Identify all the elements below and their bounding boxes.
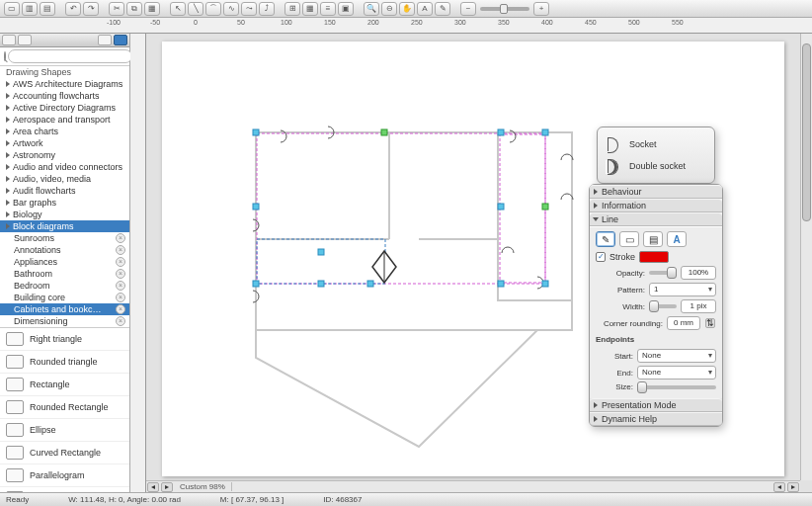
tool-line-icon[interactable]: ╲ bbox=[188, 2, 203, 16]
page-next-button[interactable]: ▸ bbox=[161, 482, 173, 492]
tool-align-icon[interactable]: ≡ bbox=[320, 2, 336, 16]
tool-arc-icon[interactable]: ⌒ bbox=[205, 2, 221, 16]
tool-pen-icon[interactable]: ✎ bbox=[435, 2, 450, 16]
shape-row[interactable]: Rounded triangle bbox=[0, 351, 129, 374]
tree-remove-icon[interactable]: × bbox=[116, 293, 125, 302]
tool-pointer-icon[interactable]: ↖ bbox=[170, 2, 186, 16]
tree-item[interactable]: Block diagrams bbox=[0, 220, 129, 232]
tree-item[interactable]: Bar graphs bbox=[0, 197, 129, 209]
tree-subsection[interactable]: Bathroom× bbox=[0, 268, 129, 280]
shape-row[interactable]: Rounded Rectangle bbox=[0, 396, 129, 419]
line-mode-text-icon[interactable]: A bbox=[667, 231, 687, 247]
tree-item[interactable]: Area charts bbox=[0, 126, 129, 137]
tool-undo-icon[interactable]: ↶ bbox=[65, 2, 81, 16]
tree-item[interactable]: Active Directory Diagrams bbox=[0, 102, 129, 114]
sidebar-tab-2[interactable] bbox=[18, 35, 32, 45]
shape-row[interactable]: Ellipse bbox=[0, 419, 129, 442]
tree-subsection[interactable]: Appliances× bbox=[0, 256, 129, 268]
tree-remove-icon[interactable]: × bbox=[116, 304, 125, 314]
tree-subsection[interactable]: Bedroom× bbox=[0, 280, 129, 292]
tool-open-icon[interactable]: ▥ bbox=[22, 2, 38, 16]
corner-value[interactable]: 0 mm bbox=[667, 316, 700, 330]
tool-connector2-icon[interactable]: ⤴ bbox=[259, 2, 275, 16]
inspector-behaviour-header[interactable]: Behaviour bbox=[590, 185, 722, 199]
sidebar-tab-list-icon[interactable] bbox=[98, 35, 112, 45]
zoom-in-button[interactable]: + bbox=[533, 2, 549, 16]
tool-grid-icon[interactable]: ▦ bbox=[302, 2, 318, 16]
stroke-checkbox[interactable]: ✓ bbox=[596, 252, 606, 262]
scroll-right-button[interactable]: ▸ bbox=[787, 482, 799, 492]
shape-row[interactable]: Curved Rectangle bbox=[0, 442, 129, 464]
inspector-presentation-header[interactable]: Presentation Mode bbox=[590, 398, 722, 412]
scrollbar-horizontal[interactable]: ◂ ▸ Custom 98% ◂ ▸ bbox=[146, 480, 800, 492]
line-mode-pencil-icon[interactable]: ✎ bbox=[596, 231, 615, 247]
inspector-panel[interactable]: Behaviour Information Line ✎ ▭ ▤ A ✓ Str… bbox=[589, 184, 723, 427]
zoom-slider[interactable] bbox=[480, 7, 529, 11]
tool-copy-icon[interactable]: ⧉ bbox=[126, 2, 142, 16]
scrollbar-vertical[interactable] bbox=[800, 34, 812, 480]
inspector-line-header[interactable]: Line bbox=[590, 212, 722, 226]
inspector-information-header[interactable]: Information bbox=[590, 199, 722, 212]
tree-subsection[interactable]: Cabinets and bookc…× bbox=[0, 303, 129, 315]
search-input[interactable] bbox=[8, 49, 132, 63]
line-mode-shadow-icon[interactable]: ▤ bbox=[643, 231, 663, 247]
tool-new-icon[interactable]: ▭ bbox=[4, 2, 20, 16]
tree-item[interactable]: Aerospace and transport bbox=[0, 114, 129, 126]
tree-remove-icon[interactable]: × bbox=[116, 281, 125, 291]
tool-zoom-icon[interactable]: 🔍 bbox=[364, 2, 379, 16]
tool-cut-icon[interactable]: ✂ bbox=[109, 2, 124, 16]
tree-item[interactable]: Biology bbox=[0, 209, 129, 220]
sidebar-tab-search-icon[interactable] bbox=[114, 35, 127, 45]
tree-item[interactable]: Audit flowcharts bbox=[0, 185, 129, 197]
sidebar-tab-1[interactable] bbox=[2, 35, 16, 45]
size-slider[interactable] bbox=[637, 385, 716, 389]
tree-item[interactable]: Artwork bbox=[0, 137, 129, 149]
tool-hand-icon[interactable]: ✋ bbox=[399, 2, 415, 16]
tree-subsection[interactable]: Sunrooms× bbox=[0, 232, 129, 244]
sidebar: Drawing Shapes AWS Architecture Diagrams… bbox=[0, 34, 130, 492]
tree-item[interactable]: Astronomy bbox=[0, 149, 129, 161]
stroke-color-swatch[interactable] bbox=[639, 251, 669, 263]
tool-save-icon[interactable]: ▤ bbox=[40, 2, 55, 16]
page-prev-button[interactable]: ◂ bbox=[147, 482, 159, 492]
tree-heading[interactable]: Drawing Shapes bbox=[0, 66, 129, 78]
tool-text-icon[interactable]: A bbox=[417, 2, 433, 16]
tool-redo-icon[interactable]: ↷ bbox=[83, 2, 99, 16]
legend-panel[interactable]: Socket Double socket bbox=[597, 126, 715, 184]
tree-remove-icon[interactable]: × bbox=[116, 316, 125, 326]
scroll-left-button[interactable]: ◂ bbox=[773, 482, 785, 492]
tool-curve-icon[interactable]: ∿ bbox=[223, 2, 239, 16]
tool-snap-icon[interactable]: ⊞ bbox=[284, 2, 300, 16]
start-select[interactable]: None bbox=[637, 349, 716, 363]
end-select[interactable]: None bbox=[637, 366, 716, 380]
tree-remove-icon[interactable]: × bbox=[116, 257, 125, 267]
tree-subsection[interactable]: Dimensioning× bbox=[0, 315, 129, 327]
pattern-select[interactable]: 1 bbox=[649, 283, 716, 296]
tree-item[interactable]: Accounting flowcharts bbox=[0, 90, 129, 102]
tool-zoomout-icon[interactable]: ⊖ bbox=[381, 2, 397, 16]
tree-remove-icon[interactable]: × bbox=[116, 233, 125, 243]
tool-connector-icon[interactable]: ⤳ bbox=[241, 2, 257, 16]
opacity-slider[interactable] bbox=[649, 271, 677, 275]
tree-item[interactable]: Audio, video, media bbox=[0, 173, 129, 185]
inspector-dynamic-header[interactable]: Dynamic Help bbox=[590, 412, 722, 426]
tree-remove-icon[interactable]: × bbox=[116, 269, 125, 279]
tree-remove-icon[interactable]: × bbox=[116, 245, 125, 255]
opacity-value[interactable]: 100% bbox=[681, 266, 716, 280]
shape-row[interactable]: Rounded Parallelogram bbox=[0, 487, 129, 492]
tree-item[interactable]: AWS Architecture Diagrams bbox=[0, 78, 129, 90]
shape-row[interactable]: Parallelogram bbox=[0, 464, 129, 487]
tree-subsection[interactable]: Building core× bbox=[0, 292, 129, 303]
shape-row[interactable]: Right triangle bbox=[0, 328, 129, 351]
tree-item[interactable]: Audio and video connectors bbox=[0, 161, 129, 173]
corner-stepper[interactable]: ⇅ bbox=[705, 318, 715, 328]
line-mode-segment-icon[interactable]: ▭ bbox=[619, 231, 639, 247]
tool-group-icon[interactable]: ▣ bbox=[338, 2, 354, 16]
width-slider[interactable] bbox=[649, 304, 677, 308]
zoom-mode-label[interactable]: Custom 98% bbox=[174, 482, 232, 491]
tree-subsection[interactable]: Annotations× bbox=[0, 244, 129, 256]
width-value[interactable]: 1 pix bbox=[681, 299, 716, 313]
shape-row[interactable]: Rectangle bbox=[0, 374, 129, 396]
zoom-out-button[interactable]: − bbox=[460, 2, 476, 16]
tool-paste-icon[interactable]: ▦ bbox=[144, 2, 160, 16]
